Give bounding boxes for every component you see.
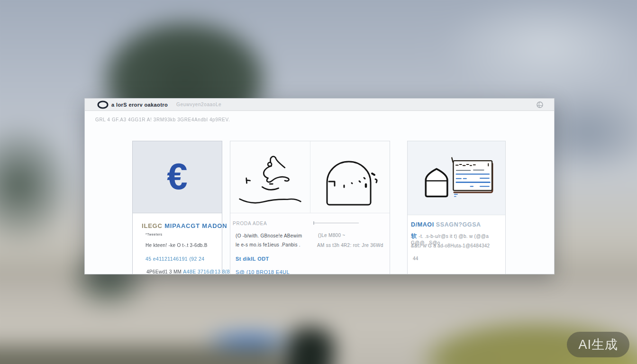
card-euro[interactable]: € <box>132 141 222 274</box>
globe-icon[interactable] <box>536 101 544 109</box>
card-euro-icon-area: € <box>133 141 222 213</box>
card-bird-header: PRODA ADEA <box>233 221 267 226</box>
card-dome-rule <box>313 223 359 223</box>
page-subtitle: GRL 4 GF.A3 4GG1R A! 3RM93kb 3GRE4Andbl … <box>95 117 230 122</box>
screenshot-stage: a lorS erorv oakaotro Geuwvyen2oaaoLe GR… <box>0 0 637 364</box>
card-euro-line3-blue: A48E 3716@13 8(8)W <box>183 269 237 274</box>
window-header: a lorS erorv oakaotro Geuwvyen2oaaoLe <box>85 99 554 111</box>
bg-dark-corner <box>0 346 280 364</box>
card-euro-title-main: MIPAACGT MADON <box>164 222 227 229</box>
card-bird-line1: (O -b/with. GBnose!e ABewim <box>236 233 302 238</box>
envelope-document-icon <box>418 150 496 207</box>
card-document-line3: 44 <box>413 256 419 261</box>
bird-sketch-half <box>230 141 310 213</box>
card-document-cjk-badge: 软 <box>411 233 417 239</box>
card-dome-line1: ()Le M800 ~ <box>318 233 346 238</box>
card-bird-link1[interactable]: St dikIL ODT <box>236 256 269 262</box>
card-euro-title: ILEGC MIPAACGT MADON <box>142 222 227 229</box>
ai-generated-watermark: AI生成 <box>567 332 629 357</box>
card-bird-line2: le e-s mo.is fe1ieus .Panbis . <box>236 242 300 247</box>
bird-sketch-icon <box>235 146 306 208</box>
card-euro-line3: 4P6Ewd1 3 MM A48E 3716@13 8(8)W <box>146 269 237 274</box>
card-document-line2: &&c/ w G a ad-o8Huta-1@6484342 <box>411 243 500 248</box>
card-document-title: D/MAOI SSAGN?GGSA <box>411 221 481 228</box>
card-document[interactable] <box>407 141 506 274</box>
card-middle-icon-area <box>230 141 390 213</box>
brand-oval-icon <box>97 100 109 109</box>
app-window: a lorS erorv oakaotro Geuwvyen2oaaoLe GR… <box>84 98 555 274</box>
card-document-title-main: SSAGN?GGSA <box>436 221 481 228</box>
card-document-icon-area <box>408 141 505 215</box>
card-euro-line2: 45 e41121146191 (92 24 <box>146 256 205 262</box>
card-middle[interactable] <box>230 141 390 274</box>
dome-sketch-icon <box>317 146 383 208</box>
brand-logo-link[interactable]: a lorS erorv oakaotro <box>97 100 168 109</box>
euro-symbol-icon: € <box>167 158 187 195</box>
card-dome-line2: AM ss t3h 4R2: rot: Jre 36Wd <box>317 243 383 248</box>
card-euro-title-accent: ILEGC <box>142 222 163 229</box>
header-nav-text[interactable]: Geuwvyen2oaaoLe <box>176 102 221 107</box>
card-euro-line1: He kteen! -ke O t-.t 3-6db.B <box>146 243 208 248</box>
brand-text: a lorS erorv oakaotro <box>111 102 168 108</box>
card-bird-link2[interactable]: S@ (10 BRO18 E4UL <box>236 269 290 274</box>
middle-card-divider <box>310 141 310 213</box>
card-document-title-accent: D/MAOI <box>411 221 434 228</box>
dome-sketch-half <box>310 141 390 213</box>
card-euro-micro-text: *Tweeters <box>146 233 163 236</box>
card-euro-line3-dark: 4P6Ewd1 3 MM <box>146 269 182 274</box>
bg-blue-streak <box>204 333 294 347</box>
